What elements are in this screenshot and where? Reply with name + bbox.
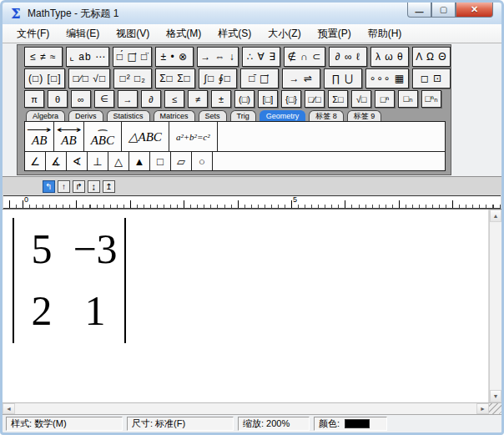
determinant-right-bar [124, 218, 126, 343]
template-integrals[interactable]: ∫□ ∮□ [199, 68, 237, 89]
geo-parallelogram[interactable]: ▱ [171, 152, 192, 170]
symbol-palette-row-1: ≤ ≠ ≈ ⌞ ab ⋯ □́ □⃗ □̈ ± • ⊗ → ⇔ ↓ ∴ ∀ ∃ … [24, 47, 451, 67]
vertical-scrollbar[interactable]: ▲ ▼ [489, 210, 501, 402]
symbol-leq[interactable]: ≤ [164, 90, 184, 108]
status-size-field[interactable]: 尺寸: 标准(F) [127, 417, 234, 431]
tabstop-right-button[interactable]: ↱ [73, 180, 85, 193]
matrix-cell-0-1[interactable]: −3 [68, 228, 123, 270]
tab-geometry[interactable]: Geometry [260, 110, 306, 121]
tab-algebra[interactable]: Algebra [26, 110, 65, 121]
geo-circle[interactable]: ○ [192, 152, 213, 170]
template-boxes[interactable]: ◻ ⊡ [412, 68, 451, 89]
template-arc-abc[interactable]: ⌢ ABC [84, 122, 122, 151]
palette-logic[interactable]: ∴ ∀ ∃ [242, 47, 280, 67]
palette-spaces-ellipses[interactable]: ⌞ ab ⋯ [66, 47, 109, 67]
tab-matrices[interactable]: Matrices [154, 110, 195, 121]
symbol-plus-minus[interactable]: ± [211, 90, 231, 108]
scroll-up-button[interactable]: ▲ [490, 210, 501, 222]
menu-item-size[interactable]: 大小(Z) [260, 25, 308, 43]
symbol-neq[interactable]: ≠ [188, 90, 208, 108]
scroll-down-button[interactable]: ▼ [490, 390, 501, 402]
template-sqrt[interactable]: √□ [351, 90, 371, 108]
mathtype-window: Σ MathType - 无标题 1 — ▢ ✕ 文件(F) 编辑(E) 视图(… [0, 0, 504, 435]
template-braces[interactable]: {□} [281, 90, 301, 108]
tabstop-row: ↰ ↑ ↱ ↨ ↥ [3, 177, 501, 195]
template-subsuperscript[interactable]: □ⁿₙ [421, 90, 441, 108]
tab-label-9[interactable]: 标签 9 [347, 110, 382, 121]
geo-triangle[interactable]: △ [108, 152, 129, 170]
template-brackets[interactable]: [□] [258, 90, 278, 108]
template-labeled-arrows[interactable]: → ⇌ [282, 68, 320, 89]
tabstop-equal-button[interactable]: ↨ [88, 180, 100, 193]
scroll-left-button[interactable]: ◄ [3, 403, 15, 414]
template-pythagorean[interactable]: a²+b²=c² [169, 122, 218, 151]
geo-angle[interactable]: ∠ [25, 152, 46, 170]
status-zoom-field[interactable]: 缩放: 200% [238, 417, 310, 431]
symbol-pi[interactable]: π [24, 90, 44, 108]
symbol-element-of[interactable]: ∈ [94, 90, 114, 108]
equation-canvas[interactable]: 5 −3 2 1 [3, 210, 489, 402]
template-parens[interactable]: (□) [234, 90, 255, 108]
determinant-expression[interactable]: 5 −3 2 1 [13, 218, 126, 343]
geo-spherical-angle[interactable]: ∢ [67, 152, 88, 170]
menu-item-edit[interactable]: 编辑(E) [58, 25, 107, 43]
resize-grip[interactable] [489, 403, 501, 414]
template-sums[interactable]: Σ□ Σ□ [155, 68, 195, 89]
menu-item-style[interactable]: 样式(S) [210, 25, 259, 43]
palette-relations[interactable]: ≤ ≠ ≈ [24, 47, 63, 67]
symbol-theta[interactable]: θ [48, 90, 68, 108]
palette-misc-symbols[interactable]: ∂ ∞ ℓ [329, 47, 367, 67]
tab-statistics[interactable]: Statistics [107, 110, 150, 121]
template-products-unions[interactable]: ∏ ⋃ [324, 68, 362, 89]
palette-arrows[interactable]: → ⇔ ↓ [197, 47, 239, 67]
tab-label-8[interactable]: 标签 8 [309, 110, 344, 121]
palette-set-theory[interactable]: ∉ ∩ ⊂ [284, 47, 325, 67]
template-scripts[interactable]: □² □₂ [113, 68, 152, 89]
menu-item-format[interactable]: 格式(M) [159, 25, 209, 43]
geo-square[interactable]: □ [150, 152, 171, 170]
tab-trig[interactable]: Trig [230, 110, 256, 121]
menu-item-preferences[interactable]: 预置(P) [310, 25, 359, 43]
template-fraction[interactable]: □∕□ [305, 90, 325, 108]
status-color-field[interactable]: 颜色: [314, 417, 387, 431]
tab-derivs[interactable]: Derivs [68, 110, 103, 121]
maximize-button[interactable]: ▢ [431, 3, 456, 18]
sigma-app-icon[interactable]: Σ [8, 6, 24, 22]
matrix-cell-1-0[interactable]: 2 [16, 290, 68, 331]
tabstop-center-button[interactable]: ↑ [58, 180, 70, 193]
close-button[interactable]: ✕ [456, 3, 493, 18]
scroll-right-button[interactable]: ► [476, 403, 489, 414]
geo-measured-angle[interactable]: ∡ [46, 152, 67, 170]
tabstop-decimal-button[interactable]: ↥ [103, 180, 115, 193]
palette-operators[interactable]: ± • ⊗ [155, 47, 194, 67]
template-overbars[interactable]: □̄ □⃗ [240, 68, 279, 89]
menu-item-help[interactable]: 帮助(H) [360, 25, 410, 43]
matrix-cell-1-1[interactable]: 1 [68, 290, 123, 331]
template-subscript[interactable]: □ₙ [398, 90, 418, 108]
template-triangle-abc[interactable]: △ABC [122, 122, 169, 151]
horizontal-scrollbar[interactable]: ◄ ► [3, 403, 489, 414]
geo-filled-triangle[interactable]: ▲ [129, 152, 150, 170]
geo-perpendicular[interactable]: ⊥ [88, 152, 108, 170]
template-vector-ab[interactable]: ⟶ AB [25, 122, 54, 151]
palette-greek-uppercase[interactable]: Λ Ω Θ [412, 47, 451, 67]
minimize-button[interactable]: — [407, 3, 431, 18]
symbol-right-arrow[interactable]: → [118, 90, 138, 108]
template-fractions-radicals[interactable]: □∕□ √□ [68, 68, 110, 89]
status-style-field[interactable]: 样式: 数学(M) [6, 417, 123, 431]
tabstop-left-button[interactable]: ↰ [43, 180, 55, 193]
template-fences[interactable]: (□) [□] [24, 68, 65, 89]
tab-sets[interactable]: Sets [199, 110, 227, 121]
palette-greek-lowercase[interactable]: λ ω θ [370, 47, 409, 67]
symbol-infinity[interactable]: ∞ [71, 90, 91, 108]
template-line-ab[interactable]: ⟷ AB [54, 122, 83, 151]
menu-item-file[interactable]: 文件(F) [9, 25, 57, 43]
symbol-partial[interactable]: ∂ [141, 90, 161, 108]
template-summation[interactable]: Σ□ [328, 90, 348, 108]
menu-item-view[interactable]: 视图(V) [108, 25, 157, 43]
toolbar-panel: ≤ ≠ ≈ ⌞ ab ⋯ □́ □⃗ □̈ ± • ⊗ → ⇔ ↓ ∴ ∀ ∃ … [17, 44, 451, 175]
matrix-cell-0-0[interactable]: 5 [16, 228, 68, 270]
template-matrices[interactable]: ∘∘∘ ▦ [365, 68, 409, 89]
palette-embellishments[interactable]: □́ □⃗ □̈ [113, 47, 151, 67]
template-superscript[interactable]: □ⁿ [375, 90, 395, 108]
